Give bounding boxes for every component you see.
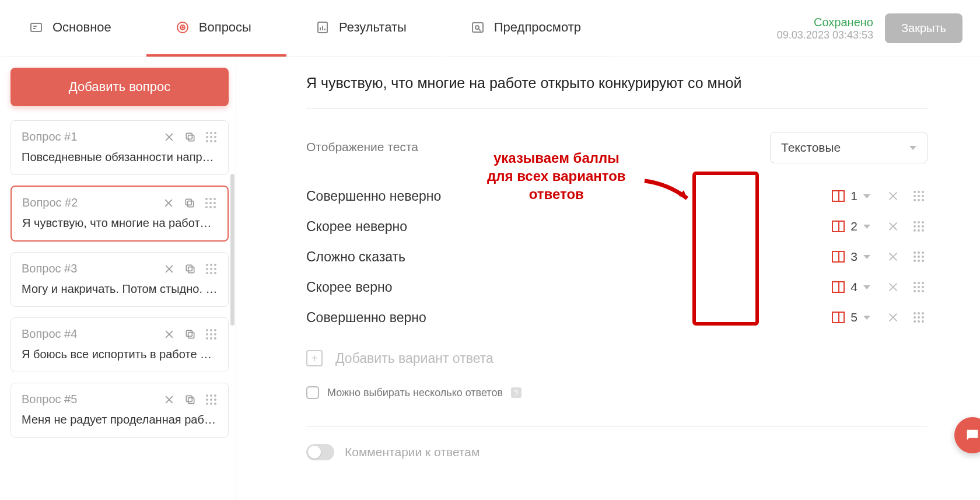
question-card-title: Вопрос #4: [22, 327, 77, 341]
sidebar: Добавить вопрос Вопрос #1 Повседневные о…: [0, 57, 236, 500]
comments-label: Комментарии к ответам: [345, 445, 480, 459]
delete-answer-icon[interactable]: [884, 278, 902, 296]
delete-icon[interactable]: [162, 197, 175, 209]
delete-icon[interactable]: [163, 328, 176, 341]
drag-answer-icon[interactable]: [910, 278, 928, 296]
score-picker[interactable]: 5: [826, 310, 876, 324]
plus-icon: +: [306, 350, 323, 366]
delete-answer-icon[interactable]: [884, 187, 902, 205]
copy-icon[interactable]: [184, 393, 197, 406]
score-icon: [832, 312, 845, 323]
score-icon: [832, 281, 845, 293]
tab-label: Основное: [52, 20, 111, 35]
add-question-button[interactable]: Добавить вопрос: [10, 68, 229, 106]
chevron-down-icon: [863, 316, 870, 320]
copy-icon[interactable]: [183, 197, 196, 209]
chevron-down-icon: [863, 285, 870, 289]
tab-label: Результаты: [339, 20, 407, 35]
svg-rect-10: [473, 23, 483, 32]
question-card-1[interactable]: Вопрос #1 Повседневные обязанности напря…: [10, 120, 229, 175]
header-right: Сохранено 09.03.2023 03:43:53 Закрыть: [777, 13, 980, 43]
drag-answer-icon[interactable]: [910, 187, 928, 205]
score-picker[interactable]: 2: [826, 219, 876, 233]
question-card-4[interactable]: Вопрос #4 Я боюсь все испортить в работе…: [10, 317, 229, 372]
drag-icon[interactable]: [205, 131, 218, 144]
copy-icon[interactable]: [184, 328, 197, 341]
score-value: 3: [849, 250, 859, 264]
answer-label[interactable]: Совершенно верно: [306, 310, 826, 326]
copy-icon[interactable]: [184, 263, 197, 275]
tab-questions[interactable]: Вопросы: [146, 0, 286, 57]
question-card-3[interactable]: Вопрос #3 Могу и накричать. Потом стыдно…: [10, 252, 229, 307]
tab-main[interactable]: Основное: [0, 0, 146, 57]
drag-icon[interactable]: [205, 393, 218, 406]
question-card-5[interactable]: Вопрос #5 Меня не радует проделанная раб…: [10, 383, 229, 438]
answer-row: Скорее верно 4: [306, 272, 928, 302]
chevron-down-icon: [909, 146, 916, 150]
svg-point-5: [182, 27, 183, 28]
save-status: Сохранено 09.03.2023 03:43:53: [777, 16, 873, 41]
svg-rect-16: [186, 133, 192, 139]
comments-toggle[interactable]: [306, 444, 334, 460]
drag-icon[interactable]: [204, 197, 217, 209]
svg-rect-32: [186, 396, 192, 401]
score-picker[interactable]: 3: [826, 250, 876, 264]
answer-label[interactable]: Совершенно неверно: [306, 188, 826, 204]
score-value: 5: [849, 310, 859, 324]
tabs: Основное Вопросы Результаты Предпросмотр: [0, 0, 616, 57]
tab-results[interactable]: Результаты: [286, 0, 442, 57]
delete-answer-icon[interactable]: [884, 218, 902, 235]
tab-label: Вопросы: [199, 20, 251, 35]
question-card-text: Меня не радует проделанная работа: [22, 413, 218, 426]
saved-label: Сохранено: [777, 16, 873, 29]
delete-icon[interactable]: [163, 393, 176, 406]
question-text[interactable]: Я чувствую, что многие на работе открыто…: [306, 75, 928, 109]
close-button[interactable]: Закрыть: [885, 13, 963, 43]
delete-answer-icon[interactable]: [884, 248, 902, 265]
copy-icon[interactable]: [184, 131, 197, 144]
svg-rect-28: [186, 330, 192, 336]
scrollbar[interactable]: [230, 174, 235, 326]
main-panel: Я чувствую, что многие на работе открыто…: [236, 57, 980, 500]
drag-answer-icon[interactable]: [910, 309, 928, 326]
svg-rect-27: [188, 332, 194, 338]
multi-select-row: Можно выбирать несколько ответов ?: [306, 386, 928, 399]
delete-icon[interactable]: [163, 131, 176, 144]
help-icon[interactable]: ?: [511, 387, 522, 398]
chart-icon: [316, 20, 330, 34]
target-icon: [176, 20, 190, 34]
svg-rect-19: [188, 201, 194, 207]
question-card-title: Вопрос #2: [22, 196, 78, 209]
drag-answer-icon[interactable]: [910, 218, 928, 235]
score-icon: [832, 221, 845, 232]
answer-label[interactable]: Скорее неверно: [306, 219, 826, 235]
drag-icon[interactable]: [205, 328, 218, 341]
display-type-select[interactable]: Текстовые: [770, 132, 928, 163]
multi-select-checkbox[interactable]: [306, 386, 319, 399]
score-picker[interactable]: 1: [826, 189, 876, 203]
form-icon: [29, 20, 43, 34]
delete-answer-icon[interactable]: [884, 309, 902, 326]
question-card-2[interactable]: Вопрос #2 Я чувствую, что многие на рабо…: [10, 186, 229, 242]
question-card-title: Вопрос #3: [22, 262, 77, 275]
delete-icon[interactable]: [163, 263, 176, 275]
display-label: Отображение теста: [306, 132, 464, 154]
answer-label[interactable]: Сложно сказать: [306, 249, 826, 265]
svg-rect-31: [188, 397, 194, 403]
comments-row: Комментарии к ответам: [306, 444, 928, 460]
answer-label[interactable]: Скорее верно: [306, 279, 826, 295]
drag-icon[interactable]: [205, 263, 218, 275]
question-card-title: Вопрос #5: [22, 393, 77, 406]
preview-icon: [471, 20, 485, 34]
drag-answer-icon[interactable]: [910, 248, 928, 265]
score-picker[interactable]: 4: [826, 280, 876, 294]
score-value: 1: [849, 189, 859, 203]
svg-rect-23: [188, 267, 194, 272]
tab-preview[interactable]: Предпросмотр: [442, 0, 616, 57]
add-answer-button[interactable]: + Добавить вариант ответа: [306, 350, 928, 366]
score-icon: [832, 251, 845, 263]
answer-row: Совершенно неверно 1: [306, 181, 928, 211]
question-card-text: Могу и накричать. Потом стыдно. Ран…: [22, 282, 218, 296]
svg-rect-24: [186, 265, 192, 271]
answer-row: Скорее неверно 2: [306, 211, 928, 242]
